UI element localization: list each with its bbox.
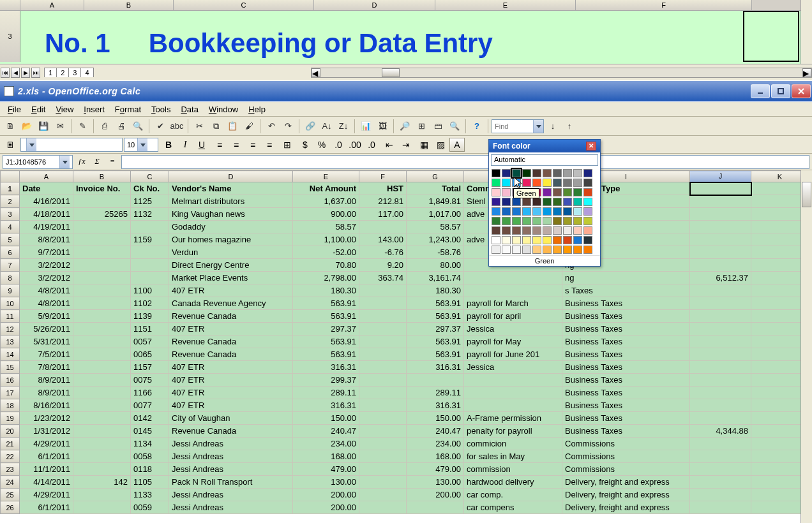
color-swatch[interactable] xyxy=(512,217,521,225)
color-swatch[interactable] xyxy=(583,207,592,216)
cell[interactable]: 7/8/2011 xyxy=(20,361,73,374)
cell[interactable]: 200.00 xyxy=(407,489,464,501)
row-header[interactable]: 3 xyxy=(1,208,20,221)
cell[interactable]: 8/9/2011 xyxy=(20,374,73,387)
color-swatch[interactable] xyxy=(522,207,531,216)
color-swatch[interactable] xyxy=(543,217,552,225)
close-button[interactable] xyxy=(792,84,811,98)
v-scrollbar[interactable] xyxy=(801,170,812,523)
cell[interactable]: 1166 xyxy=(131,387,169,399)
color-swatch[interactable] xyxy=(492,188,500,196)
zoom-icon[interactable]: 🔍 xyxy=(447,119,462,134)
column-header[interactable]: J xyxy=(690,171,751,182)
cell[interactable] xyxy=(751,374,801,387)
color-swatch[interactable] xyxy=(553,198,562,206)
cell[interactable] xyxy=(73,272,131,284)
cell[interactable]: 200.00 xyxy=(293,501,359,514)
cell[interactable]: 150.00 xyxy=(407,412,464,425)
row-header[interactable]: 20 xyxy=(1,425,20,438)
row-header[interactable]: 10 xyxy=(1,297,20,310)
cell[interactable] xyxy=(751,221,801,233)
align-center-icon[interactable]: ≡ xyxy=(229,138,244,152)
cell[interactable]: City of Vaughan xyxy=(169,412,293,425)
color-swatch[interactable] xyxy=(532,198,541,206)
bold-button[interactable]: B xyxy=(161,138,176,152)
cell[interactable]: 563.91 xyxy=(293,310,359,323)
cell[interactable] xyxy=(359,438,407,450)
cell[interactable]: 479.00 xyxy=(293,463,359,476)
cell[interactable] xyxy=(73,297,131,310)
color-swatch[interactable] xyxy=(583,217,592,225)
cell[interactable]: penalty for payroll xyxy=(464,425,562,438)
print-icon[interactable]: 🖨 xyxy=(114,119,129,134)
find-icon[interactable]: 🔎 xyxy=(397,119,412,134)
color-swatch[interactable] xyxy=(543,207,552,216)
merge-cells-icon[interactable]: ⊞ xyxy=(280,138,295,152)
cell[interactable] xyxy=(407,374,464,387)
open-icon[interactable]: 📂 xyxy=(19,119,34,134)
cell[interactable] xyxy=(751,450,801,463)
color-swatch[interactable] xyxy=(502,179,511,187)
sheet-tab[interactable]: 1 xyxy=(44,68,57,77)
edit-icon[interactable]: ✎ xyxy=(75,119,90,134)
color-swatch[interactable] xyxy=(512,169,521,177)
cell[interactable]: Business Taxes xyxy=(562,387,690,399)
row-header[interactable]: 9 xyxy=(1,284,20,297)
cell[interactable]: 4,344.88 xyxy=(690,425,751,438)
cell[interactable] xyxy=(690,463,751,476)
cell[interactable] xyxy=(690,361,751,374)
color-swatch[interactable] xyxy=(573,169,582,177)
cell[interactable] xyxy=(359,412,407,425)
tab-nav-first[interactable]: ⏮ xyxy=(1,68,10,78)
color-swatch[interactable] xyxy=(553,188,562,196)
cell[interactable]: 0057 xyxy=(131,335,169,348)
cell[interactable] xyxy=(359,399,407,412)
cell[interactable]: Direct Energy Centre xyxy=(169,259,293,272)
cell[interactable] xyxy=(690,195,751,208)
row-header[interactable]: 13 xyxy=(1,335,20,348)
sheet-tab[interactable]: 2 xyxy=(56,68,69,77)
row-header[interactable]: 19 xyxy=(1,412,20,425)
menu-window[interactable]: Window xyxy=(204,103,243,115)
cell[interactable] xyxy=(359,450,407,463)
color-swatch[interactable] xyxy=(492,179,500,187)
color-swatch[interactable] xyxy=(543,236,552,244)
row-header[interactable]: 22 xyxy=(1,450,20,463)
cell[interactable] xyxy=(73,438,131,450)
cell[interactable]: 407 ETR xyxy=(169,399,293,412)
find-next-icon[interactable]: ↓ xyxy=(545,119,560,134)
cell[interactable]: 407 ETR xyxy=(169,323,293,335)
cell[interactable]: 168.00 xyxy=(293,450,359,463)
color-swatch[interactable] xyxy=(512,207,521,216)
tab-nav-next[interactable]: ▶ xyxy=(21,68,30,78)
color-swatch[interactable] xyxy=(583,179,592,187)
cell[interactable] xyxy=(690,387,751,399)
cell[interactable]: 1/23/2012 xyxy=(20,412,73,425)
row-header[interactable]: 11 xyxy=(1,310,20,323)
cell[interactable] xyxy=(751,310,801,323)
cell[interactable]: 6,512.37 xyxy=(690,272,751,284)
row-header[interactable]: 7 xyxy=(1,259,20,272)
cell[interactable] xyxy=(690,297,751,310)
borders-icon[interactable]: ▦ xyxy=(416,138,432,152)
cell[interactable]: 4/16/2011 xyxy=(20,195,73,208)
col-D[interactable]: D xyxy=(314,0,435,10)
col-B[interactable]: B xyxy=(84,0,174,10)
cell[interactable] xyxy=(464,272,562,284)
help-icon[interactable]: ? xyxy=(469,119,485,134)
cell[interactable]: 563.91 xyxy=(293,335,359,348)
cell[interactable] xyxy=(464,374,562,387)
cell[interactable] xyxy=(73,387,131,399)
column-header[interactable]: C xyxy=(131,171,169,182)
cell[interactable] xyxy=(464,399,562,412)
cell[interactable] xyxy=(751,438,801,450)
row-header[interactable]: 12 xyxy=(1,323,20,335)
cell[interactable]: Business Taxes xyxy=(562,412,690,425)
cell[interactable]: Jessi Andreas xyxy=(169,438,293,450)
cell[interactable]: 316.31 xyxy=(293,361,359,374)
cell[interactable]: Commissions xyxy=(562,438,690,450)
cell[interactable]: payroll for March xyxy=(464,297,562,310)
cell[interactable]: Business Taxes xyxy=(562,335,690,348)
cell[interactable]: Delivery, freight and express xyxy=(562,501,690,514)
cell[interactable] xyxy=(359,284,407,297)
